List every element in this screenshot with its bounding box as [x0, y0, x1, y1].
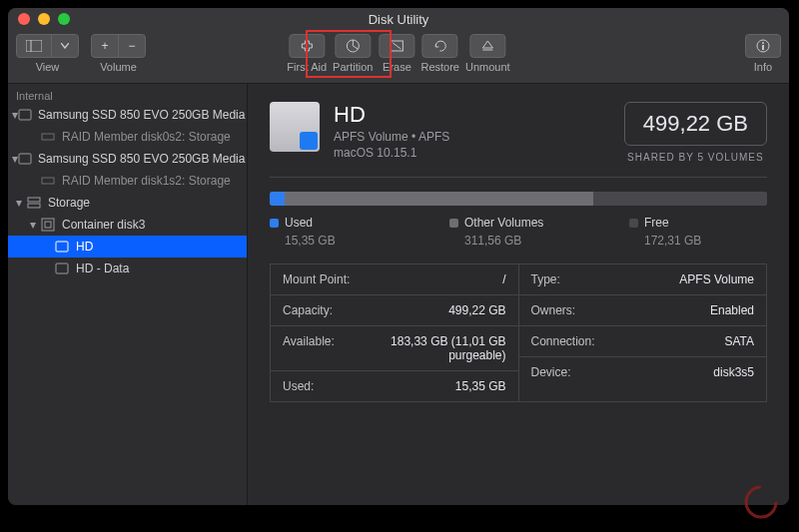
sidebar-item-label: Container disk3: [62, 218, 145, 232]
info-key: Available:: [283, 334, 335, 362]
capacity-box: 499,22 GB: [624, 102, 767, 146]
sidebar-item-label: HD: [76, 240, 93, 254]
sidebar-icon: [26, 40, 42, 52]
info-key: Device:: [531, 365, 571, 379]
volume-name: HD: [334, 102, 449, 128]
watermark-logo: [737, 478, 785, 526]
partition-button[interactable]: [335, 34, 371, 58]
disk-utility-window: Disk Utility View + − Volume: [8, 8, 789, 505]
volume-os: macOS 10.15.1: [334, 146, 449, 160]
legend-value: 15,35 GB: [270, 234, 390, 248]
svg-point-21: [746, 487, 776, 517]
info-key: Type:: [531, 272, 560, 286]
volume-large-icon: [270, 102, 320, 152]
toolbar: View + − Volume First Aid Partition: [8, 30, 789, 84]
info-key: Connection:: [531, 334, 595, 348]
volume-icon: [54, 261, 70, 276]
raid-slice-icon: [40, 173, 56, 189]
raid-icon: [26, 195, 42, 211]
info-row: Available:183,33 GB (11,01 GB purgeable): [271, 326, 518, 371]
sidebar-item-hd-data[interactable]: HD - Data: [8, 258, 247, 279]
minus-icon: −: [128, 39, 135, 53]
info-value: APFS Volume: [679, 272, 754, 286]
svg-point-9: [762, 42, 764, 44]
info-value: disk3s5: [713, 365, 754, 379]
volume-subtitle: APFS Volume • APFS: [334, 130, 449, 144]
info-label: Info: [754, 61, 772, 73]
svg-rect-19: [56, 242, 68, 252]
disclosure-icon[interactable]: ▾: [26, 218, 40, 232]
usage-seg-used: [270, 192, 285, 206]
info-key: Capacity:: [283, 303, 333, 317]
sidebar-item-container[interactable]: ▾ Container disk3: [8, 214, 247, 236]
close-icon[interactable]: [18, 13, 30, 25]
separator: [270, 177, 767, 178]
info-value: 183,33 GB (11,01 GB purgeable): [335, 334, 506, 362]
eject-icon: [479, 39, 495, 53]
window-title: Disk Utility: [8, 12, 789, 27]
info-row: Type:APFS Volume: [519, 265, 767, 295]
info-value: /: [502, 272, 505, 286]
sidebar-item-hd[interactable]: HD: [8, 236, 247, 258]
legend-value: 172,31 GB: [629, 234, 749, 248]
zoom-icon[interactable]: [58, 13, 70, 25]
disk-icon: [18, 107, 32, 123]
info-value: 15,35 GB: [455, 379, 506, 393]
svg-rect-0: [26, 40, 42, 52]
capacity-value: 499,22 GB: [643, 111, 748, 136]
titlebar: Disk Utility: [8, 8, 789, 30]
main-content: HD APFS Volume • APFS macOS 10.15.1 499,…: [248, 84, 789, 505]
sidebar: Internal ▾ Samsung SSD 850 EVO 250GB Med…: [8, 84, 248, 505]
first-aid-label: First Aid: [287, 61, 327, 73]
disclosure-icon[interactable]: ▾: [12, 196, 26, 210]
sidebar-item-label: RAID Member disk1s2: Storage: [62, 174, 231, 188]
container-icon: [40, 217, 56, 233]
svg-line-6: [393, 43, 400, 49]
raid-slice-icon: [40, 129, 56, 145]
minimize-icon[interactable]: [38, 13, 50, 25]
usage-seg-free: [593, 192, 767, 206]
sidebar-item-label: Samsung SSD 850 EVO 250GB Media: [38, 108, 245, 122]
usage-bar: [270, 192, 767, 206]
partition-icon: [345, 38, 361, 54]
sidebar-item-storage[interactable]: ▾ Storage: [8, 192, 247, 214]
restore-icon: [432, 39, 448, 53]
sidebar-item-drive1[interactable]: ▾ Samsung SSD 850 EVO 250GB Media: [8, 104, 247, 126]
sidebar-item-drive2-sub[interactable]: RAID Member disk1s2: Storage: [8, 170, 247, 192]
legend-label: Free: [644, 216, 669, 230]
volume-icon: [54, 239, 70, 255]
legend-free: Free 172,31 GB: [629, 216, 749, 248]
sidebar-item-drive1-sub[interactable]: RAID Member disk0s2: Storage: [8, 126, 247, 148]
view-label: View: [36, 61, 60, 73]
sidebar-item-label: RAID Member disk0s2: Storage: [62, 130, 231, 144]
view-sidebar-button[interactable]: [16, 34, 52, 58]
info-row: Device:disk3s5: [519, 357, 767, 387]
toolbar-center: First Aid Partition Erase Restore: [287, 34, 509, 73]
erase-button[interactable]: [379, 34, 414, 58]
svg-rect-17: [42, 219, 54, 231]
info-value: SATA: [724, 334, 754, 348]
view-menu-button[interactable]: [51, 34, 79, 58]
svg-rect-12: [42, 134, 54, 140]
legend-label: Other Volumes: [464, 216, 543, 230]
svg-rect-13: [19, 154, 31, 164]
volume-remove-button[interactable]: −: [118, 34, 146, 58]
info-key: Owners:: [531, 303, 576, 317]
info-value: Enabled: [710, 303, 754, 317]
legend-value: 311,56 GB: [449, 234, 569, 248]
restore-label: Restore: [420, 61, 459, 73]
legend-label: Used: [285, 216, 313, 230]
svg-rect-15: [28, 198, 40, 202]
volume-add-button[interactable]: +: [91, 34, 119, 58]
restore-button[interactable]: [422, 34, 458, 58]
info-icon: [755, 38, 771, 54]
sidebar-item-drive2[interactable]: ▾ Samsung SSD 850 EVO 250GB Media: [8, 148, 247, 170]
unmount-button[interactable]: [469, 34, 505, 58]
volume-label: Volume: [100, 61, 137, 73]
sidebar-item-label: HD - Data: [76, 262, 129, 275]
sidebar-item-label: Storage: [48, 196, 90, 210]
info-row: Mount Point:/: [271, 265, 518, 295]
info-button[interactable]: [745, 34, 781, 58]
svg-rect-11: [19, 110, 31, 120]
first-aid-button[interactable]: [289, 34, 325, 58]
